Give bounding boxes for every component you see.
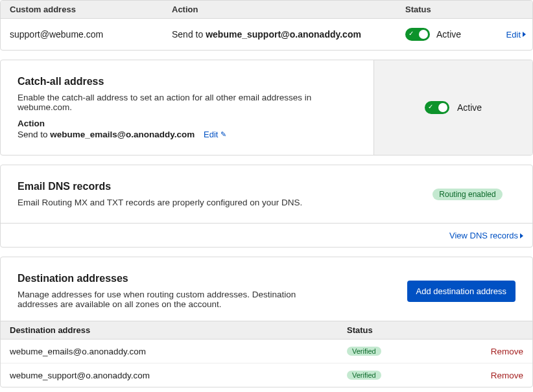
view-dns-records-link[interactable]: View DNS records bbox=[449, 231, 523, 240]
dns-card: Email DNS records Email Routing MX and T… bbox=[0, 165, 533, 248]
verified-badge: Verified bbox=[347, 371, 381, 380]
catch-all-title: Catch-all address bbox=[18, 76, 357, 87]
catch-all-sendto: Send to webume_emails@o.anonaddy.com Edi… bbox=[18, 130, 357, 139]
edit-button[interactable]: Edit bbox=[506, 30, 526, 40]
dns-title: Email DNS records bbox=[18, 181, 386, 192]
catch-all-status-panel: ✓ Active bbox=[373, 60, 532, 155]
edit-label: Edit bbox=[204, 130, 218, 139]
check-icon: ✓ bbox=[409, 30, 414, 37]
status-text: Active bbox=[436, 29, 461, 40]
dns-content: Email DNS records Email Routing MX and T… bbox=[1, 165, 403, 223]
action-target: webume_support@o.anonaddy.com bbox=[206, 29, 361, 40]
destination-address: webume_emails@o.anonaddy.com bbox=[1, 347, 338, 356]
catch-all-edit-button[interactable]: Edit ✎ bbox=[204, 130, 226, 139]
dns-badge-area: Routing enabled bbox=[403, 189, 532, 200]
chevron-right-icon bbox=[520, 233, 523, 238]
custom-addresses-card: Custom address Action Status support@web… bbox=[0, 0, 533, 51]
catch-all-card: Catch-all address Enable the catch-all a… bbox=[0, 60, 533, 156]
destination-address: webume_support@o.anonaddy.com bbox=[1, 371, 338, 380]
catch-all-status-text: Active bbox=[457, 102, 482, 113]
chevron-right-icon bbox=[523, 32, 526, 37]
sendto-prefix: Send to bbox=[18, 130, 50, 139]
dns-footer: View DNS records bbox=[1, 223, 532, 247]
check-icon: ✓ bbox=[428, 103, 433, 110]
catch-all-description: Enable the catch-all address to set an a… bbox=[18, 93, 357, 112]
add-destination-button[interactable]: Add destination address bbox=[407, 281, 515, 302]
status-group: ✓ Active bbox=[405, 28, 461, 41]
catch-all-action-label: Action bbox=[18, 119, 357, 128]
custom-address-action: Send to webume_support@o.anonaddy.com bbox=[163, 29, 396, 40]
custom-addresses-header: Custom address Action Status bbox=[1, 1, 532, 19]
destinations-table-header: Destination address Status bbox=[1, 321, 532, 340]
custom-address-row: support@webume.com Send to webume_suppor… bbox=[1, 19, 532, 50]
status-toggle[interactable]: ✓ bbox=[405, 28, 430, 41]
dns-description: Email Routing MX and TXT records are pro… bbox=[18, 198, 386, 207]
destinations-card: Destination addresses Manage addresses f… bbox=[0, 257, 533, 387]
catch-all-toggle[interactable]: ✓ bbox=[425, 101, 449, 114]
destinations-title: Destination addresses bbox=[18, 273, 394, 284]
header-action: Action bbox=[163, 1, 396, 18]
catch-all-content: Catch-all address Enable the catch-all a… bbox=[1, 60, 373, 155]
header-status: Status bbox=[396, 1, 532, 18]
edit-label: Edit bbox=[506, 30, 521, 40]
routing-enabled-badge: Routing enabled bbox=[432, 189, 502, 200]
header-destination-address: Destination address bbox=[1, 321, 338, 339]
destination-row: webume_support@o.anonaddy.com Verified R… bbox=[1, 363, 532, 387]
verified-badge: Verified bbox=[347, 347, 381, 356]
sendto-target: webume_emails@o.anonaddy.com bbox=[50, 130, 195, 139]
custom-address-value: support@webume.com bbox=[1, 29, 163, 40]
header-destination-status: Status bbox=[338, 321, 532, 339]
view-dns-label: View DNS records bbox=[449, 231, 518, 240]
action-prefix: Send to bbox=[172, 29, 206, 40]
pencil-icon: ✎ bbox=[220, 130, 226, 139]
remove-button[interactable]: Remove bbox=[491, 371, 523, 380]
destination-row: webume_emails@o.anonaddy.com Verified Re… bbox=[1, 340, 532, 363]
remove-button[interactable]: Remove bbox=[491, 347, 523, 356]
header-custom-address: Custom address bbox=[1, 1, 163, 18]
destinations-description: Manage addresses for use when routing cu… bbox=[18, 290, 329, 309]
destinations-header: Destination addresses Manage addresses f… bbox=[1, 257, 532, 321]
